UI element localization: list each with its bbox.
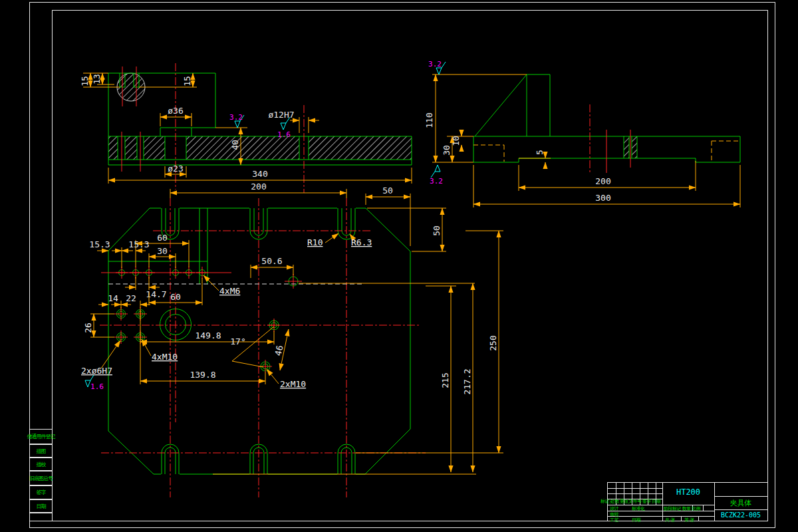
label-2x6h7: 2xø6H7: [81, 366, 112, 376]
front-outline: [108, 208, 410, 474]
finish-1-6: 1.6: [277, 130, 291, 139]
finish-3-2: 3.2: [229, 113, 243, 122]
finish-top-3-2: 3.2: [428, 60, 442, 68]
date-label: 日期: [632, 517, 640, 523]
dim-200: 200: [251, 182, 266, 192]
dim-340: 340: [252, 169, 267, 179]
dim-30: 30: [442, 145, 452, 156]
front-holes: [114, 267, 302, 373]
dim-46: 46: [273, 344, 285, 356]
dim-40: 40: [230, 140, 240, 150]
dim-200: 200: [595, 176, 610, 186]
dim-d12h7: ø12H7: [268, 110, 294, 120]
side-view: 110 30 10 5 200 300 3.2 3.2: [424, 60, 740, 207]
finish-1-6-front: 1.6: [90, 382, 104, 391]
front-extension-lines: [213, 283, 503, 474]
title-block-line: [714, 496, 767, 497]
sheet-total-label: 共 张: [665, 517, 674, 523]
front-view: 200 50 50 250 215 217.2 15.3 60 15.3 30 …: [81, 182, 503, 497]
marks-row-label: 标记 处数 更改文件号 签字 日期: [600, 498, 660, 505]
standardize-label: 标准化: [632, 505, 645, 512]
part-name: 夹具体: [714, 498, 767, 508]
dim-15-3a: 15.3: [89, 239, 110, 249]
dim-50-6: 50.6: [261, 256, 282, 266]
drawing-canvas[interactable]: 15 13 15 ø36 ø23 340 40 ø12H7 3.2 1.6: [0, 0, 798, 532]
dim-26: 26: [83, 323, 93, 333]
stage-row-label: 阶段标记 数量 比例: [664, 505, 700, 512]
dim-13: 13: [92, 74, 102, 84]
cad-application: { "colors": { "geometry": "#00cc00", "ce…: [0, 0, 798, 532]
label-r10: R10: [307, 237, 323, 247]
title-block: HT200 夹具体 BCZK22-005 标记 处数 更改文件号 签字 日期 设…: [607, 482, 768, 521]
dim-15-left: 15: [80, 76, 90, 86]
dim-60-mid: 60: [170, 292, 181, 302]
dim-15-right: 15: [182, 76, 192, 86]
dim-22: 22: [126, 293, 136, 303]
craft-label: 工艺: [610, 517, 618, 523]
dim-50-top: 50: [382, 186, 393, 196]
dim-217-2: 217.2: [462, 368, 472, 394]
dim-17: 17°: [230, 336, 245, 346]
dim-d36: ø36: [168, 106, 183, 116]
title-block-line: [703, 505, 704, 511]
dim-139-8: 139.8: [190, 370, 215, 380]
dim-250: 250: [488, 335, 498, 350]
label-r6-3: R6.3: [351, 237, 372, 247]
dim-149-8: 149.8: [195, 331, 221, 340]
dim-d23: ø23: [168, 164, 183, 174]
dim-50-right: 50: [432, 225, 442, 236]
finish-bottom-3-2: 3.2: [430, 177, 443, 186]
sheet-no-label: 第 张: [684, 517, 694, 523]
material-spec: HT200: [662, 487, 714, 497]
dim-110: 110: [424, 112, 434, 128]
section-hatch: [108, 73, 412, 160]
dim-60-top: 60: [157, 233, 168, 243]
title-block-line: [714, 509, 767, 510]
dim-215: 215: [440, 372, 450, 388]
dim-5: 5: [535, 150, 545, 155]
dim-14: 14: [108, 293, 118, 303]
title-block-line: [698, 516, 699, 521]
front-dimensions: 200 50 50 250 215 217.2 15.3 60 15.3 30 …: [83, 182, 503, 472]
section-view: 15 13 15 ø36 ø23 340 40 ø12H7 3.2 1.6: [80, 63, 412, 193]
label-4xm10: 4xM10: [152, 352, 178, 362]
drawing-number: BCZK22-005: [714, 511, 767, 519]
title-block-line: [681, 516, 682, 521]
label-4xm6: 4xM6: [219, 286, 240, 296]
side-dimensions: 110 30 10 5 200 300: [424, 74, 740, 207]
dim-10: 10: [451, 136, 461, 146]
dim-15-3b: 15.3: [128, 239, 149, 249]
dim-300: 300: [595, 193, 610, 203]
label-2xm10: 2xM10: [280, 379, 306, 389]
dim-30: 30: [157, 246, 168, 256]
